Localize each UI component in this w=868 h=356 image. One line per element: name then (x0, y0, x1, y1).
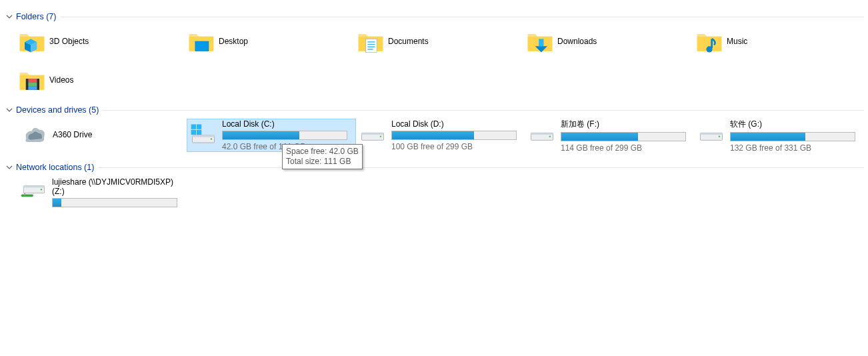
folder-3d-objects-icon (17, 27, 47, 56)
svg-point-31 (549, 136, 551, 138)
divider (103, 110, 864, 111)
tooltip: Space free: 42.0 GB Total size: 111 GB (282, 144, 363, 169)
svg-rect-17 (29, 83, 37, 87)
drive-local-g[interactable]: 软件 (G:) 132 GB free of 331 GB (695, 119, 864, 152)
folder-label: Desktop (219, 37, 248, 46)
drive-label: 新加卷 (F:) (561, 119, 686, 130)
svg-rect-3 (195, 41, 209, 51)
svg-point-12 (706, 46, 712, 52)
divider (98, 167, 864, 168)
drive-label: Local Disk (C:) (222, 119, 347, 129)
folder-3d-objects[interactable]: 3D Objects (17, 25, 187, 57)
folder-music-icon (695, 27, 724, 56)
drive-local-f[interactable]: 新加卷 (F:) 114 GB free of 299 GB (525, 119, 695, 152)
folder-downloads[interactable]: Downloads (525, 25, 695, 57)
svg-point-37 (41, 189, 43, 191)
network-drive-label-line2: (Z:) (52, 187, 177, 196)
drive-label: A360 Drive (53, 130, 92, 139)
drive-label: 软件 (G:) (730, 119, 855, 130)
folder-desktop-icon (187, 27, 216, 56)
svg-rect-18 (29, 86, 37, 90)
network-drive-icon (17, 176, 49, 205)
drive-freespace: 100 GB free of 299 GB (391, 142, 517, 151)
capacity-bar (561, 132, 686, 141)
network-drive-z[interactable]: lujieshare (\\DYJMICV0RMDI5XP) (Z:) (0, 176, 868, 213)
folder-documents[interactable]: Documents (356, 25, 525, 57)
folder-label: Videos (49, 75, 73, 85)
drive-icon (695, 121, 727, 150)
group-title: Folders (7) (16, 12, 56, 21)
folder-desktop[interactable]: Desktop (187, 25, 356, 57)
group-title: Network locations (1) (16, 163, 94, 172)
tooltip-line: Space free: 42.0 GB (286, 147, 359, 157)
tooltip-line: Total size: 111 GB (286, 157, 359, 167)
svg-rect-20 (193, 135, 215, 137)
svg-rect-23 (197, 125, 201, 129)
svg-point-34 (719, 136, 721, 138)
drive-os-icon (187, 121, 219, 150)
svg-rect-25 (197, 130, 201, 135)
folder-label: Music (727, 37, 747, 46)
svg-rect-16 (29, 79, 37, 83)
group-header-folders[interactable]: Folders (7) (0, 9, 868, 25)
svg-rect-33 (701, 133, 723, 135)
svg-rect-15 (37, 79, 39, 90)
folder-label: 3D Objects (49, 37, 89, 46)
svg-point-21 (211, 138, 213, 140)
drive-freespace: 132 GB free of 331 GB (730, 143, 855, 153)
capacity-bar (52, 198, 177, 207)
svg-rect-22 (191, 125, 196, 129)
folder-music[interactable]: Music (695, 25, 864, 57)
folder-label: Documents (388, 37, 429, 46)
drive-label: Local Disk (D:) (391, 119, 517, 129)
svg-rect-14 (26, 79, 29, 90)
group-title: Devices and drives (5) (16, 105, 99, 115)
folder-videos[interactable]: Videos (17, 64, 187, 96)
group-header-drives[interactable]: Devices and drives (5) (0, 103, 868, 119)
drive-icon (526, 121, 558, 150)
a360-icon (18, 121, 50, 150)
svg-rect-10 (539, 39, 543, 46)
svg-rect-5 (366, 39, 377, 52)
chevron-down-icon (5, 163, 13, 171)
folder-documents-icon (356, 27, 385, 56)
chevron-down-icon (5, 13, 13, 21)
divider (60, 17, 864, 17)
svg-rect-36 (23, 186, 44, 188)
svg-rect-27 (362, 133, 384, 135)
svg-rect-30 (531, 133, 553, 135)
capacity-bar (222, 131, 347, 140)
network-drive-label-line1: lujieshare (\\DYJMICV0RMDI5XP) (52, 177, 177, 187)
folder-label: Downloads (557, 37, 597, 46)
svg-rect-24 (191, 130, 196, 135)
folder-videos-icon (17, 65, 47, 95)
capacity-bar (391, 131, 517, 140)
svg-point-28 (380, 136, 382, 138)
drive-a360[interactable]: A360 Drive (17, 119, 187, 152)
chevron-down-icon (5, 106, 13, 114)
group-header-network[interactable]: Network locations (1) (0, 160, 868, 176)
folder-downloads-icon (525, 27, 555, 56)
svg-rect-38 (21, 195, 33, 197)
drive-freespace: 114 GB free of 299 GB (561, 143, 686, 153)
capacity-bar (730, 132, 855, 141)
drive-local-d[interactable]: Local Disk (D:) 100 GB free of 299 GB (356, 119, 525, 152)
